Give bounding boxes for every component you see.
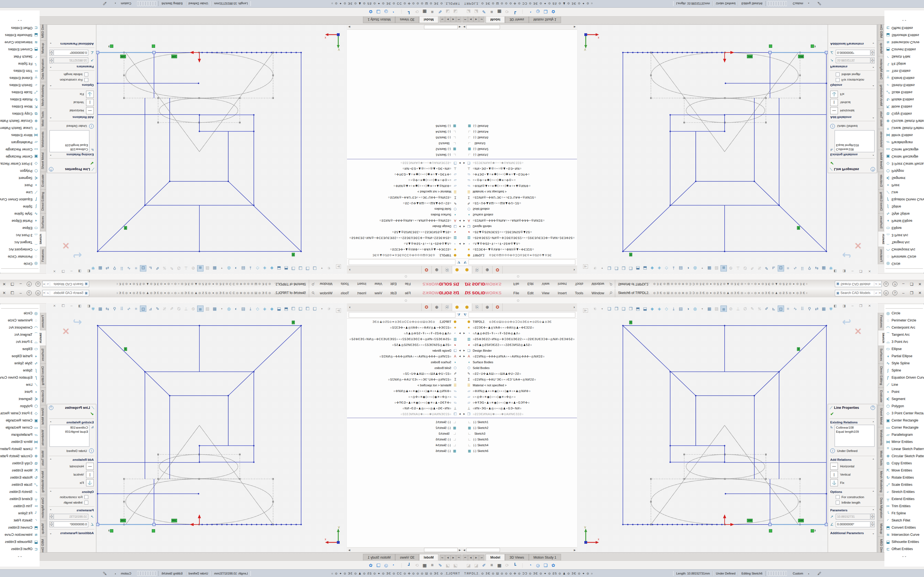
sketch-row[interactable]: ▦ (-) Sketch2 xyxy=(347,425,462,430)
tree-row[interactable]: ☰ Material < not specified > xyxy=(347,189,462,195)
flyout-tool[interactable]: ◜ Sketch Fillet xyxy=(884,517,924,524)
flyout-tool[interactable]: ⠛ Linear Sketch Pattern xyxy=(884,124,924,132)
menu-item[interactable]: Window xyxy=(587,280,608,288)
flyout-tool[interactable]: ┬ Extend Entities xyxy=(884,74,924,82)
ribbon-handle[interactable] xyxy=(405,300,407,302)
angle-field[interactable]: 0.00000000° xyxy=(836,522,871,527)
expand-arrow-icon[interactable]: ▶ xyxy=(457,349,462,352)
tab-nav-icon[interactable]: ⏭ xyxy=(440,555,445,561)
checkbox[interactable] xyxy=(84,495,88,499)
flyout-tool[interactable]: ƒ Equation Driven Curve xyxy=(0,196,40,203)
panel-tab[interactable]: ⬢ xyxy=(452,266,462,274)
bottom-tool-icon[interactable]: ┗ xyxy=(511,9,519,15)
bottom-tool-icon[interactable]: ≡ xyxy=(428,9,436,14)
relation-square[interactable]: 3 xyxy=(110,529,113,532)
sketch-row[interactable]: ∟ (-) Sketch5 xyxy=(347,436,462,442)
checkbox[interactable] xyxy=(836,501,840,504)
scroll-left-icon[interactable]: ◀ xyxy=(462,549,467,551)
menu-item[interactable]: Insert xyxy=(554,280,571,288)
flyout-tool[interactable]: ⌒ Tangent Arc xyxy=(0,331,40,338)
option-row[interactable]: Infinite length xyxy=(47,500,96,505)
relation-item[interactable]: Equal length109 xyxy=(51,430,88,434)
flyout-tool[interactable]: ◎ Circle xyxy=(884,260,924,268)
flyout-more-icon[interactable]: ⌄⌄ xyxy=(884,19,924,23)
tree-row[interactable]: ▱ ○∘◎✣○✳◉⟨○∘○⟩◉✳○✣◎∘○ xyxy=(347,177,462,183)
bottom-tool-icon[interactable]: ✿ xyxy=(367,9,375,15)
menu-item[interactable]: Insert xyxy=(554,289,571,297)
sketch-row[interactable]: ▦ (-) Sketch2 xyxy=(462,147,577,152)
panel-tab[interactable]: ✪ xyxy=(421,303,431,311)
caret-icon[interactable]: ▴ xyxy=(808,2,809,5)
user-icon[interactable]: ☺ xyxy=(884,282,888,287)
menu-item[interactable]: Window xyxy=(316,280,337,288)
relation-square[interactable]: 3 xyxy=(811,45,814,48)
command-tab[interactable]: Evaluate xyxy=(40,388,46,405)
flyout-tool[interactable]: ▭ Corner Rectangle xyxy=(0,146,40,153)
spinner[interactable]: ▲▼ xyxy=(871,514,874,520)
menu-item[interactable]: Edit xyxy=(386,280,401,288)
tree-row[interactable]: ✎ ○Ƨ2∘U✣♟AШ○∘○ШA♟✣U∘2Ƨ○ xyxy=(347,371,462,376)
flyout-tool[interactable]: ⇱ Move Entities xyxy=(884,467,924,474)
relation-item[interactable]: Equal length109 xyxy=(836,143,873,147)
command-tab[interactable]: Mold Tools xyxy=(40,108,46,129)
sketch-row[interactable]: ∟ (-) Sketch1 xyxy=(462,152,577,158)
tree-row[interactable]: ▶ ◔ ○Λ♟◎✣Ƨ5∘Ŧ○∘○Ŧ∘5Ƨ✣◎♟Λ○ xyxy=(462,241,577,247)
status-custom-dropdown[interactable]: Custom xyxy=(793,2,803,5)
command-tab[interactable]: Sheet Metal xyxy=(40,405,46,427)
flyout-tool[interactable]: ⤢ Scale Entities xyxy=(884,89,924,96)
sketch-row[interactable]: ∟ (-) Sketch4 xyxy=(347,442,462,448)
flyout-tool[interactable]: ⟋ Line xyxy=(884,189,924,196)
close-button[interactable]: ✕ xyxy=(0,282,8,286)
tree-row[interactable]: ▶ ◔ ○Λ♟◎✣Ƨ5∘Ŧ○∘○Ŧ∘5Ƨ✣◎♟Λ○ xyxy=(347,330,462,336)
flyout-tool[interactable]: ⇱ Move Entities xyxy=(0,467,40,474)
tree-row[interactable]: ◕ ○Ƨ5♟◎Ƨ5ИЗЄƧ2○∘○2ƧЄЗИ5Ƨ◎♟5Ƨ○ xyxy=(462,342,577,348)
bottom-tool-icon[interactable]: ≡ xyxy=(488,563,496,568)
spinner[interactable]: ▲▼ xyxy=(50,521,53,527)
tab-nav-icon[interactable]: ⏭ xyxy=(440,16,445,22)
option-row[interactable]: Infinite length xyxy=(47,72,96,77)
flyout-tool[interactable]: ≋ Intersection Curve xyxy=(0,531,40,538)
flyout-tool[interactable]: ⌐ Stretch Entities xyxy=(0,82,40,89)
angle-field[interactable]: 0.00000000° xyxy=(53,522,88,527)
command-tab[interactable]: Data Migration xyxy=(878,495,884,521)
tree-row[interactable]: ▶ A ○Ƨ2ИN◎∘✣A✣◎ИNA○∘○AИN◎✣A✣∘◎NИ2Ƨ○ xyxy=(462,218,577,224)
flyout-tool[interactable]: ≋ Intersection Curve xyxy=(0,39,40,46)
sketch-row[interactable]: ∟ (-) Sketch5 xyxy=(462,135,577,141)
expand-arrow-icon[interactable]: ▶ xyxy=(457,162,462,164)
tree-row[interactable]: Σ ○Ƨ2ИN◎∘✣AUᵔЗЄ○∘○ЄЗᵔUA✣∘◎NИ2Ƨ○ xyxy=(347,195,462,201)
relation-badge[interactable]: 3 xyxy=(797,226,800,230)
relation-item[interactable]: Equal length109 xyxy=(51,143,88,147)
relations-listbox[interactable]: Collinear108Equal length109 xyxy=(835,425,874,447)
flyout-tool[interactable]: ⬭ Ellipse xyxy=(0,224,40,232)
tab-nav-icon[interactable]: ▶ xyxy=(445,16,451,22)
document-tab[interactable]: Motion Study 1 xyxy=(529,554,561,561)
command-tab[interactable]: Data Migration xyxy=(878,56,884,82)
bottom-tool-icon[interactable]: ✿ xyxy=(367,563,375,568)
relation-item[interactable]: Collinear108 xyxy=(51,425,88,430)
command-tab[interactable]: Features xyxy=(40,313,46,330)
spinner[interactable]: ▲▼ xyxy=(871,521,874,527)
flyout-tool[interactable]: ◇ 3 Point Center Recta... xyxy=(0,410,40,417)
menu-item[interactable]: Window xyxy=(587,289,608,297)
flyout-tool[interactable]: ◜ Sketch Fillet xyxy=(0,53,40,60)
restore-button[interactable]: ❐ xyxy=(908,282,916,286)
bottom-tool-icon[interactable]: ◪ xyxy=(452,563,459,568)
flyout-tool[interactable]: ⠛ Linear Sketch Pattern xyxy=(0,124,40,132)
spinner[interactable]: ▲▼ xyxy=(50,50,53,56)
sketch-row[interactable]: ▦ (-) Sketch6 xyxy=(462,448,577,454)
command-tab[interactable]: Direct Editing xyxy=(878,189,884,213)
menu-item[interactable]: View xyxy=(370,289,386,297)
flyout-tool[interactable]: ⌐ Stretch Entities xyxy=(884,488,924,495)
command-tab[interactable]: Markup xyxy=(878,40,884,56)
document-tab[interactable]: 3D Views xyxy=(505,554,529,561)
command-tab[interactable]: Sheet Metal xyxy=(878,150,884,172)
menu-item[interactable]: Insert xyxy=(353,289,370,297)
option-row[interactable]: For construction xyxy=(828,494,877,500)
flyout-tool[interactable]: ↻ Rotate Entities xyxy=(0,474,40,481)
relation-badge[interactable]: 3 xyxy=(797,347,800,351)
menu-item[interactable]: File xyxy=(509,289,523,297)
spinner[interactable]: ▲▼ xyxy=(871,50,874,56)
flyout-tool[interactable]: ↻ Rotate Entities xyxy=(0,96,40,103)
tree-row[interactable]: ⊥ ○ИN∘ЭG∘♟◎○∘○◎♟∘GЭ∘NИ○ xyxy=(462,405,577,411)
filter-input[interactable] xyxy=(349,259,456,265)
